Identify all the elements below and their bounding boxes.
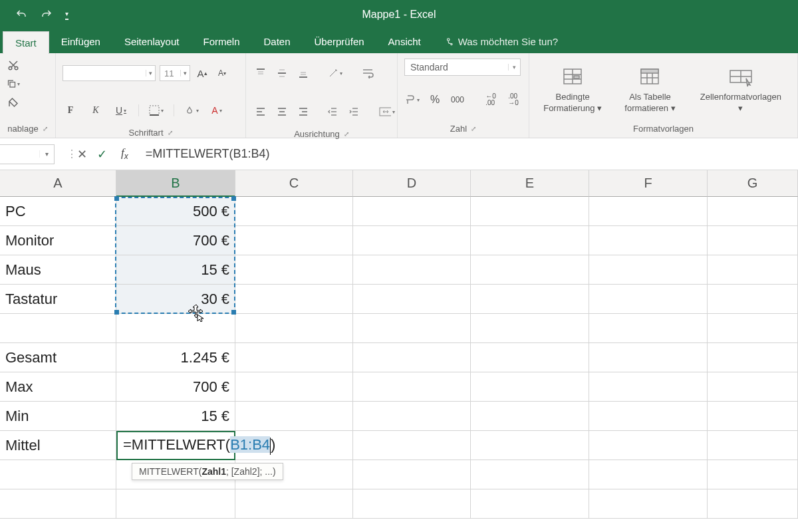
cell[interactable] xyxy=(235,489,353,519)
cell-a3[interactable]: Maus xyxy=(0,255,116,285)
cell-e4[interactable] xyxy=(471,285,589,314)
column-header-c[interactable]: C xyxy=(235,170,353,197)
increase-font-icon[interactable]: A▴ xyxy=(194,66,210,80)
enter-icon[interactable]: ✓ xyxy=(92,147,112,162)
cell-e2[interactable] xyxy=(471,226,589,255)
cell-e8[interactable] xyxy=(471,402,589,431)
comma-style-icon[interactable]: 000 xyxy=(450,92,466,107)
dialog-launcher-icon[interactable]: ⤢ xyxy=(344,130,349,138)
italic-icon[interactable]: K xyxy=(88,103,104,118)
font-name-combo[interactable]: ▾ xyxy=(63,65,156,81)
cell[interactable] xyxy=(471,460,589,489)
cell-d2[interactable] xyxy=(353,226,471,255)
column-header-d[interactable]: D xyxy=(353,170,471,197)
cell[interactable] xyxy=(589,460,708,489)
align-middle-icon[interactable] xyxy=(274,66,290,80)
increase-indent-icon[interactable] xyxy=(346,104,362,119)
borders-icon[interactable]: ▾ xyxy=(148,103,164,118)
cell-b5[interactable] xyxy=(116,314,235,343)
cell-g2[interactable] xyxy=(708,226,798,255)
cell-a9[interactable]: Mittel xyxy=(0,431,116,460)
font-color-icon[interactable]: A▾ xyxy=(209,103,225,118)
cell-f7[interactable] xyxy=(589,372,708,402)
wrap-text-icon[interactable] xyxy=(360,66,376,80)
cell-c6[interactable] xyxy=(235,343,353,372)
cell-b2[interactable]: 700 € xyxy=(116,226,235,255)
dropdown-icon[interactable]: ▾ xyxy=(146,70,155,76)
cut-icon[interactable] xyxy=(7,59,20,72)
cell-g1[interactable] xyxy=(708,197,798,226)
dialog-launcher-icon[interactable]: ⤢ xyxy=(471,125,476,132)
cell-c1[interactable] xyxy=(235,197,353,226)
cell-c3[interactable] xyxy=(235,255,353,285)
fill-color-icon[interactable]: ▾ xyxy=(184,103,200,118)
cell-a5[interactable] xyxy=(0,314,116,343)
cell-a7[interactable]: Max xyxy=(0,372,116,402)
tab-review[interactable]: Überprüfen xyxy=(303,31,376,53)
cell-f3[interactable] xyxy=(589,255,708,285)
cell-a8[interactable]: Min xyxy=(0,402,116,431)
cell-c4[interactable] xyxy=(235,285,353,314)
align-top-icon[interactable] xyxy=(253,66,269,80)
name-box[interactable]: ▾ xyxy=(0,144,55,164)
cell-a2[interactable]: Monitor xyxy=(0,226,116,255)
cell-g6[interactable] xyxy=(708,343,798,372)
font-size-combo[interactable]: 11 ▾ xyxy=(160,65,190,81)
cell-f2[interactable] xyxy=(589,226,708,255)
cell[interactable] xyxy=(0,460,116,489)
cell-a6[interactable]: Gesamt xyxy=(0,343,116,372)
cell-b4[interactable]: 30 € xyxy=(116,285,235,314)
cell[interactable] xyxy=(589,489,708,519)
cancel-icon[interactable]: ✕ xyxy=(72,147,92,162)
underline-icon[interactable]: U▾ xyxy=(113,103,129,118)
column-header-a[interactable]: A xyxy=(0,170,116,197)
tell-me[interactable]: Was möchten Sie tun? xyxy=(433,31,570,53)
align-bottom-icon[interactable] xyxy=(295,66,311,80)
cell-d3[interactable] xyxy=(353,255,471,285)
column-header-e[interactable]: E xyxy=(471,170,589,197)
fx-icon[interactable]: fx xyxy=(112,146,138,161)
cell[interactable] xyxy=(0,489,116,519)
tab-insert[interactable]: Einfügen xyxy=(49,31,112,53)
orientation-icon[interactable]: ▾ xyxy=(327,66,343,80)
number-format-combo[interactable]: Standard ▾ xyxy=(404,59,521,76)
formula-input[interactable]: =MITTELWERT(B1:B4) xyxy=(138,147,798,161)
cell-f1[interactable] xyxy=(589,197,708,226)
column-header-f[interactable]: F xyxy=(589,170,708,197)
cell-styles-button[interactable]: Zellenformatvorlagen ▾ xyxy=(691,65,791,114)
cell-f6[interactable] xyxy=(589,343,708,372)
tab-start[interactable]: Start xyxy=(3,31,49,54)
cell-g4[interactable] xyxy=(708,285,798,314)
column-header-g[interactable]: G xyxy=(708,170,798,197)
dropdown-icon[interactable]: ▾ xyxy=(39,150,54,158)
format-painter-icon[interactable] xyxy=(7,96,20,109)
cell-e6[interactable] xyxy=(471,343,589,372)
decrease-decimal-icon[interactable]: .00→0 xyxy=(505,92,521,107)
cell-e3[interactable] xyxy=(471,255,589,285)
cell-d1[interactable] xyxy=(353,197,471,226)
cell[interactable] xyxy=(116,489,235,519)
tab-view[interactable]: Ansicht xyxy=(376,31,433,53)
cell-d8[interactable] xyxy=(353,402,471,431)
increase-decimal-icon[interactable]: ←0.00 xyxy=(483,92,499,107)
tab-pagelayout[interactable]: Seitenlayout xyxy=(112,31,192,53)
bold-icon[interactable]: F xyxy=(63,103,78,118)
accounting-format-icon[interactable]: ▾ xyxy=(404,92,420,107)
percent-icon[interactable]: % xyxy=(427,92,443,107)
cell[interactable] xyxy=(353,489,471,519)
dialog-launcher-icon[interactable]: ⤢ xyxy=(43,125,48,132)
cell-b3[interactable]: 15 € xyxy=(116,255,235,285)
cell-d5[interactable] xyxy=(353,314,471,343)
cell-c5[interactable] xyxy=(235,314,353,343)
cell-f4[interactable] xyxy=(589,285,708,314)
cell-c8[interactable] xyxy=(235,402,353,431)
cell-b1[interactable]: 500 € xyxy=(116,197,235,226)
cell-d6[interactable] xyxy=(353,343,471,372)
cell[interactable] xyxy=(471,489,589,519)
align-left-icon[interactable] xyxy=(253,104,269,119)
cell-e9[interactable] xyxy=(471,431,589,460)
cell-b9-editing[interactable]: =MITTELWERT(B1:B4) xyxy=(116,431,235,460)
dropdown-icon[interactable]: ▾ xyxy=(508,64,520,70)
align-right-icon[interactable] xyxy=(295,104,311,119)
align-center-icon[interactable] xyxy=(274,104,290,119)
